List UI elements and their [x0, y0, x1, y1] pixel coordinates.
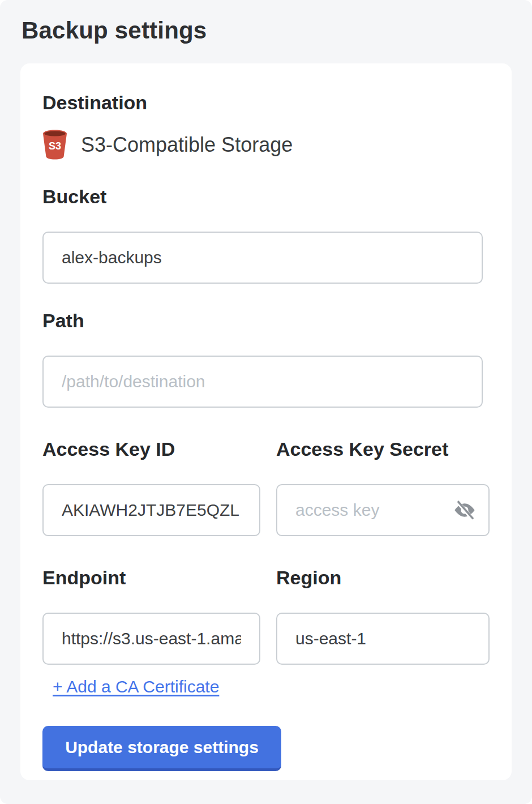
access-keys-row: Access Key ID Access Key Secret [42, 438, 490, 536]
region-label: Region [276, 567, 341, 588]
eye-off-icon[interactable] [452, 498, 477, 523]
destination-value: S3-Compatible Storage [81, 133, 293, 157]
path-label: Path [42, 310, 84, 331]
access-key-id-label: Access Key ID [42, 438, 175, 460]
svg-text:S3: S3 [49, 140, 61, 152]
backup-settings-card: Destination S3 S3-Compatible Storage Buc… [20, 63, 512, 780]
destination-row: S3 S3-Compatible Storage [42, 130, 490, 160]
destination-label: Destination [42, 92, 490, 114]
endpoint-label: Endpoint [42, 567, 126, 588]
access-key-id-input[interactable] [42, 484, 260, 536]
add-ca-certificate-link[interactable]: + Add a CA Certificate [53, 677, 219, 696]
bucket-input[interactable] [42, 232, 483, 284]
access-key-secret-label: Access Key Secret [276, 438, 448, 460]
page-title: Backup settings [22, 17, 207, 44]
endpoint-input[interactable] [42, 613, 260, 665]
s3-bucket-icon: S3 [42, 130, 67, 160]
bucket-label: Bucket [42, 186, 106, 207]
backup-settings-page: Backup settings Destination S3 S3-Compat… [0, 0, 532, 804]
path-input[interactable] [42, 356, 483, 408]
update-storage-settings-button[interactable]: Update storage settings [42, 726, 281, 771]
region-input[interactable] [276, 613, 490, 665]
endpoint-region-row: Endpoint Region [42, 567, 490, 665]
